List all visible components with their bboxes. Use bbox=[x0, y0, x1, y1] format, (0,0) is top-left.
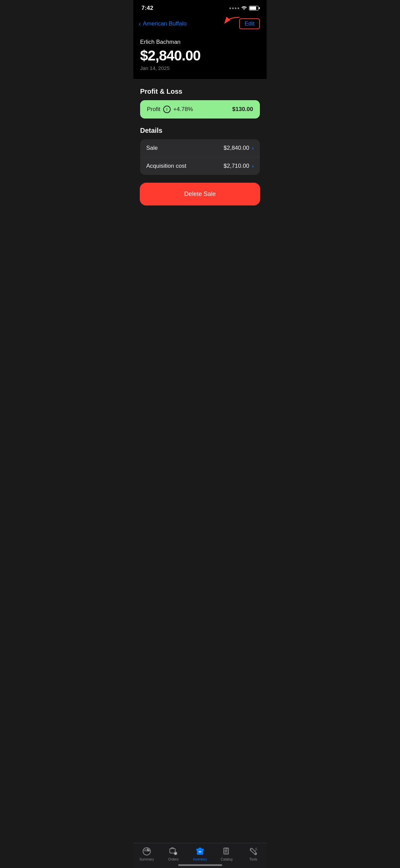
sale-amount: $2,840.00 bbox=[140, 48, 260, 64]
profit-card: Profit ⇧ +4.78% $130.00 bbox=[140, 100, 260, 119]
header-section: Erlich Bachman $2,840.00 Jan 14, 2025 bbox=[133, 33, 267, 79]
back-button[interactable]: ‹ American Buffalo bbox=[139, 20, 187, 28]
sale-value: $2,840.00 bbox=[224, 145, 249, 151]
wifi-icon bbox=[241, 5, 247, 11]
profit-left: Profit ⇧ +4.78% bbox=[147, 106, 193, 113]
seller-name: Erlich Bachman bbox=[140, 39, 260, 46]
battery-icon bbox=[249, 6, 259, 11]
sale-value-group: $2,840.00 › bbox=[224, 145, 254, 151]
main-content: Profit & Loss Profit ⇧ +4.78% $130.00 De… bbox=[133, 79, 267, 213]
sale-label: Sale bbox=[146, 145, 158, 151]
back-label: American Buffalo bbox=[143, 20, 187, 27]
sale-row[interactable]: Sale $2,840.00 › bbox=[140, 139, 260, 157]
profit-percent: +4.78% bbox=[173, 106, 193, 113]
sale-chevron-icon: › bbox=[252, 145, 254, 151]
dynamic-island bbox=[180, 5, 221, 16]
acquisition-chevron-icon: › bbox=[252, 163, 254, 169]
delete-btn-wrapper: Delete Sale bbox=[140, 183, 260, 205]
profit-up-icon: ⇧ bbox=[163, 106, 171, 113]
profit-label: Profit bbox=[147, 106, 160, 113]
profit-amount: $130.00 bbox=[232, 106, 253, 113]
acquisition-row[interactable]: Acquisition cost $2,710.00 › bbox=[140, 157, 260, 175]
profit-loss-title: Profit & Loss bbox=[140, 88, 260, 95]
details-title: Details bbox=[140, 127, 260, 134]
sale-date: Jan 14, 2025 bbox=[140, 65, 260, 71]
acquisition-label: Acquisition cost bbox=[146, 163, 186, 169]
edit-arrow-annotation bbox=[223, 16, 243, 31]
delete-sale-button[interactable]: Delete Sale bbox=[141, 184, 259, 204]
acquisition-value-group: $2,710.00 › bbox=[224, 163, 254, 169]
nav-bar: ‹ American Buffalo Edit bbox=[133, 14, 267, 33]
status-time: 7:42 bbox=[141, 5, 153, 12]
signal-icon bbox=[229, 7, 239, 9]
status-bar: 7:42 bbox=[133, 0, 267, 14]
details-card: Sale $2,840.00 › Acquisition cost $2,710… bbox=[140, 139, 260, 175]
chevron-left-icon: ‹ bbox=[139, 20, 141, 28]
acquisition-value: $2,710.00 bbox=[224, 163, 249, 169]
status-icons bbox=[229, 5, 259, 11]
